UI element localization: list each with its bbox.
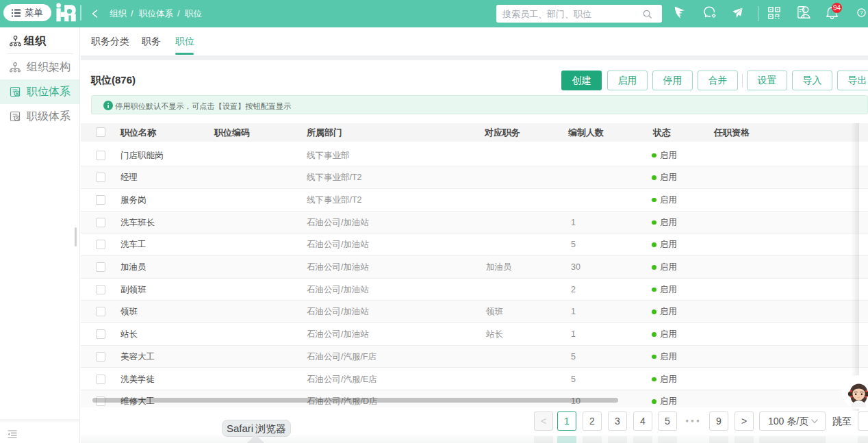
- svg-text:?: ?: [860, 10, 863, 16]
